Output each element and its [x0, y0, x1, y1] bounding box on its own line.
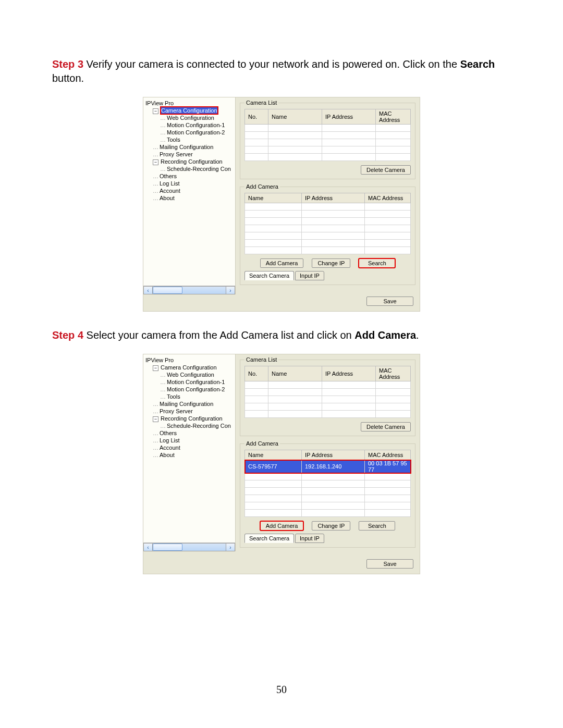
tree-mailing[interactable]: Mailing Configuration — [153, 400, 233, 408]
tree-recording[interactable]: −Recording Configuration — [153, 158, 233, 165]
table-row[interactable] — [245, 411, 411, 418]
scroll-right-icon[interactable]: › — [226, 543, 235, 551]
table-row[interactable] — [245, 203, 411, 211]
tab-search-camera[interactable]: Search Camera — [244, 271, 294, 280]
collapse-icon[interactable]: − — [153, 365, 158, 371]
table-row[interactable] — [245, 218, 411, 225]
save-button[interactable]: Save — [366, 297, 413, 306]
col-ip[interactable]: IP Address — [322, 109, 376, 125]
col-name[interactable]: Name — [268, 366, 322, 381]
table-row[interactable] — [245, 139, 411, 146]
tree-schedule-rec[interactable]: Schedule-Recording Con — [160, 165, 233, 172]
col-name[interactable]: Name — [245, 450, 302, 460]
change-ip-button[interactable]: Change IP — [312, 258, 350, 268]
col-ip[interactable]: IP Address — [302, 193, 365, 203]
change-ip-button[interactable]: Change IP — [312, 521, 350, 530]
scroll-thumb[interactable] — [153, 287, 182, 294]
table-row[interactable] — [245, 495, 411, 502]
tree-scrollbar[interactable]: ‹ › — [143, 542, 235, 551]
tree-mailing[interactable]: Mailing Configuration — [153, 143, 233, 151]
table-row[interactable] — [245, 247, 411, 254]
tree-loglist[interactable]: Log List — [153, 180, 233, 187]
scroll-track[interactable] — [153, 543, 226, 551]
cell — [322, 411, 376, 418]
col-no[interactable]: No. — [245, 109, 268, 125]
save-button[interactable]: Save — [366, 559, 413, 569]
collapse-icon[interactable]: − — [153, 416, 158, 422]
table-row[interactable] — [245, 232, 411, 240]
table-row[interactable] — [245, 510, 411, 517]
search-button[interactable]: Search — [359, 521, 395, 530]
tree-others[interactable]: Others — [153, 172, 233, 180]
col-ip[interactable]: IP Address — [302, 450, 365, 460]
tree-about[interactable]: About — [153, 451, 233, 459]
col-ip[interactable]: IP Address — [322, 366, 376, 381]
col-name[interactable]: Name — [245, 193, 302, 203]
cell — [302, 240, 365, 247]
tree-camera-config[interactable]: −Camera Configuration — [153, 364, 233, 371]
tree-web-config[interactable]: Web Configuration — [160, 371, 233, 378]
cell — [302, 502, 365, 510]
tree-web-config[interactable]: Web Configuration — [160, 114, 233, 121]
tree-proxy[interactable]: Proxy Server — [153, 408, 233, 415]
collapse-icon[interactable]: − — [153, 108, 158, 114]
tab-input-ip[interactable]: Input IP — [295, 271, 324, 280]
tree-root: IPView Pro — [145, 100, 233, 107]
table-row[interactable] — [245, 381, 411, 389]
tree-proxy[interactable]: Proxy Server — [153, 151, 233, 158]
cell — [268, 154, 322, 161]
scroll-left-icon[interactable]: ‹ — [143, 286, 153, 294]
tree-account[interactable]: Account — [153, 187, 233, 194]
scroll-right-icon[interactable]: › — [226, 286, 235, 294]
scroll-left-icon[interactable]: ‹ — [143, 543, 153, 551]
col-mac[interactable]: MAC Address — [365, 193, 411, 203]
tree-loglist[interactable]: Log List — [153, 437, 233, 444]
camera-config-selected[interactable]: Camera Configuration — [161, 107, 218, 114]
delete-camera-button[interactable]: Delete Camera — [361, 422, 411, 431]
sidebar: IPView Pro −Camera Configuration Web Con… — [143, 354, 236, 551]
tree-scrollbar[interactable]: ‹ › — [143, 286, 235, 294]
tree-motion1[interactable]: Motion Configuration-1 — [160, 121, 233, 129]
table-row[interactable] — [245, 132, 411, 139]
tree-motion1[interactable]: Motion Configuration-1 — [160, 378, 233, 386]
scroll-track[interactable] — [153, 286, 226, 294]
tree-schedule-rec[interactable]: Schedule-Recording Con — [160, 422, 233, 429]
col-mac[interactable]: MAC Address — [365, 450, 411, 460]
table-row[interactable] — [245, 146, 411, 154]
tree-motion2[interactable]: Motion Configuration-2 — [160, 129, 233, 136]
table-row[interactable] — [245, 396, 411, 403]
tree-recording[interactable]: −Recording Configuration — [153, 415, 233, 422]
scroll-thumb[interactable] — [153, 544, 182, 551]
table-row[interactable] — [245, 389, 411, 396]
table-row[interactable] — [245, 480, 411, 488]
tree-others[interactable]: Others — [153, 429, 233, 437]
col-mac[interactable]: MAC Address — [376, 366, 411, 381]
delete-camera-button[interactable]: Delete Camera — [361, 165, 411, 175]
table-row[interactable] — [245, 502, 411, 510]
table-row[interactable] — [245, 403, 411, 411]
found-camera-row[interactable]: CS-579577 192.168.1.240 00 03 1B 57 95 7… — [245, 460, 411, 473]
tree-camera-config[interactable]: −Camera Configuration — [153, 107, 233, 114]
table-row[interactable] — [245, 154, 411, 161]
table-row[interactable] — [245, 211, 411, 218]
cell — [302, 480, 365, 488]
tree-about[interactable]: About — [153, 194, 233, 202]
add-camera-button[interactable]: Add Camera — [260, 258, 304, 268]
table-row[interactable] — [245, 225, 411, 232]
tree-tools[interactable]: Tools — [160, 393, 233, 400]
search-button[interactable]: Search — [359, 258, 395, 268]
tab-search-camera[interactable]: Search Camera — [244, 534, 294, 543]
add-camera-button[interactable]: Add Camera — [260, 521, 304, 530]
col-name[interactable]: Name — [268, 109, 322, 125]
collapse-icon[interactable]: − — [153, 159, 158, 165]
table-row[interactable] — [245, 125, 411, 132]
tree-account[interactable]: Account — [153, 444, 233, 451]
tab-input-ip[interactable]: Input IP — [295, 534, 324, 543]
col-mac[interactable]: MAC Address — [376, 109, 411, 125]
tree-motion2[interactable]: Motion Configuration-2 — [160, 386, 233, 393]
table-row[interactable] — [245, 473, 411, 480]
col-no[interactable]: No. — [245, 366, 268, 381]
table-row[interactable] — [245, 488, 411, 495]
table-row[interactable] — [245, 240, 411, 247]
tree-tools[interactable]: Tools — [160, 136, 233, 143]
